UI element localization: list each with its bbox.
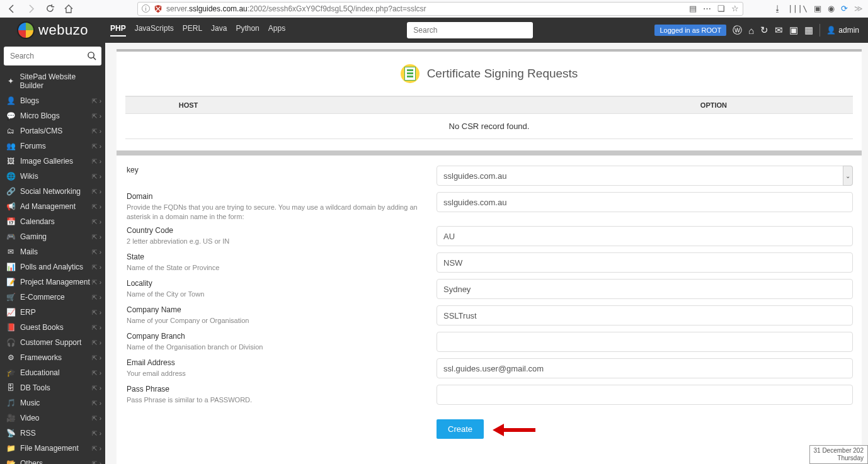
expand-arrows: ⇱› xyxy=(92,279,101,286)
top-search-input[interactable] xyxy=(407,22,533,38)
user-menu[interactable]: 👤 admin xyxy=(826,26,859,35)
field-hint-email: Your email address xyxy=(127,369,437,378)
pass-input[interactable] xyxy=(437,385,853,405)
tab-javascripts[interactable]: JavaScripts xyxy=(135,24,174,37)
sidebar-item-portals-cms[interactable]: 🗂Portals/CMS⇱› xyxy=(0,123,105,139)
reader-icon[interactable]: ▤ xyxy=(689,4,697,13)
company-input[interactable] xyxy=(437,305,853,325)
home-icon[interactable]: ⌂ xyxy=(748,25,754,36)
column-host: HOST xyxy=(125,101,251,109)
sidebar-item-icon: 📁 xyxy=(6,444,15,453)
mail-icon[interactable]: ✉ xyxy=(775,25,783,36)
sidebar-item-db-tools[interactable]: 🗄DB Tools⇱› xyxy=(0,380,105,395)
sidebar-item-icon: 📢 xyxy=(6,202,15,211)
form-row-company: Company NameName of your Company or Orga… xyxy=(125,305,853,329)
sidebar-item-icon: 👥 xyxy=(6,142,15,150)
form-row-state: StateName of the State or Province xyxy=(125,252,853,276)
info-icon[interactable]: i xyxy=(142,4,150,13)
sidebar-item-guest-books[interactable]: 📕Guest Books⇱› xyxy=(0,320,105,335)
sidebar-item-forums[interactable]: 👥Forums⇱› xyxy=(0,139,105,154)
tab-php[interactable]: PHP xyxy=(110,24,126,37)
logo-text: webuzo xyxy=(38,22,88,38)
sidebar-item-sitepad-website-builder[interactable]: ✦SitePad Website Builder xyxy=(0,69,105,93)
expand-arrows: ⇱› xyxy=(92,143,101,150)
expand-arrows: ⇱› xyxy=(92,445,101,452)
sidebar-item-file-management[interactable]: 📁File Management⇱› xyxy=(0,441,105,456)
sidebar-item-music[interactable]: 🎵Music⇱› xyxy=(0,395,105,410)
sidebar-item-rss[interactable]: 📡RSS⇱› xyxy=(0,426,105,441)
sidebar-item-icon: 🎓 xyxy=(6,368,15,377)
sidebar-item-wikis[interactable]: 🌐Wikis⇱› xyxy=(0,169,105,184)
sidebar-item-social-networking[interactable]: 🔗Social Networking⇱› xyxy=(0,184,105,199)
protection-icon[interactable]: ❏ xyxy=(717,4,725,13)
sidebar-item-video[interactable]: 🎥Video⇱› xyxy=(0,410,105,426)
sidebar-item-ad-management[interactable]: 📢Ad Management⇱› xyxy=(0,199,105,214)
inbox-icon[interactable]: ▣ xyxy=(789,25,798,36)
account-icon[interactable]: ◉ xyxy=(828,4,835,13)
sidebar-item-e-commerce[interactable]: 🛒E-Commerce⇱› xyxy=(0,290,105,305)
sidebar-toggle-icon[interactable]: ▣ xyxy=(814,4,821,13)
domain-input[interactable] xyxy=(437,192,853,212)
user-icon: 👤 xyxy=(826,26,836,35)
expand-arrows: ⇱› xyxy=(92,460,101,465)
create-button[interactable]: Create xyxy=(437,419,484,439)
country-input[interactable] xyxy=(437,226,853,246)
sidebar-item-educational[interactable]: 🎓Educational⇱› xyxy=(0,365,105,380)
extension-icon[interactable]: ⟳ xyxy=(841,4,848,13)
reload-button[interactable] xyxy=(43,2,57,16)
email-input[interactable] xyxy=(437,358,853,378)
wordpress-icon[interactable]: ⓦ xyxy=(733,25,742,37)
field-label-company: Company Name xyxy=(127,305,437,314)
shield-icon xyxy=(154,4,163,13)
sidebar-item-label: Ad Management xyxy=(20,202,76,211)
sidebar-item-label: ERP xyxy=(20,308,36,317)
sidebar-item-label: Calendars xyxy=(20,217,55,226)
sidebar-item-polls-and-analytics[interactable]: 📊Polls and Analytics⇱› xyxy=(0,259,105,274)
sidebar-item-blogs[interactable]: 👤Blogs⇱› xyxy=(0,93,105,108)
sidebar-item-label: Wikis xyxy=(20,172,38,181)
field-label-key: key xyxy=(127,166,437,174)
more-icon[interactable]: ⋯ xyxy=(703,4,711,13)
sidebar-item-mails[interactable]: ✉Mails⇱› xyxy=(0,244,105,259)
download-icon[interactable]: ⭳ xyxy=(774,4,782,13)
logo-swirl-icon xyxy=(17,21,35,39)
tab-apps[interactable]: Apps xyxy=(268,24,285,37)
sidebar-item-calendars[interactable]: 📅Calendars⇱› xyxy=(0,214,105,229)
sidebar-item-gaming[interactable]: 🎮Gaming⇱› xyxy=(0,229,105,244)
search-icon[interactable] xyxy=(87,51,96,60)
tab-python[interactable]: Python xyxy=(236,24,259,37)
expand-arrows: ⇱› xyxy=(92,264,101,271)
divider xyxy=(819,24,820,37)
back-button[interactable] xyxy=(5,2,19,16)
sidebar-item-icon: 📂 xyxy=(6,459,15,464)
sync-icon[interactable]: ↻ xyxy=(760,25,768,36)
sidebar-item-erp[interactable]: 📈ERP⇱› xyxy=(0,305,105,320)
sidebar-item-frameworks[interactable]: ⚙Frameworks⇱› xyxy=(0,350,105,365)
branch-input[interactable] xyxy=(437,332,853,352)
sidebar-item-image-galleries[interactable]: 🖼Image Galleries⇱› xyxy=(0,154,105,169)
sidebar: ✦SitePad Website Builder👤Blogs⇱›💬Micro B… xyxy=(0,43,105,464)
address-bar[interactable]: i server.sslguides.com.au:2002/sessh6xGx… xyxy=(137,2,743,16)
grid-icon[interactable]: ▦ xyxy=(804,25,813,36)
tab-perl[interactable]: PERL xyxy=(183,24,202,37)
sidebar-item-others[interactable]: 📂Others⇱› xyxy=(0,456,105,464)
sidebar-item-icon: 👤 xyxy=(6,96,15,105)
logo[interactable]: webuzo xyxy=(0,21,105,39)
overflow-icon[interactable]: ≫ xyxy=(854,4,863,13)
no-record-message: No CSR record found. xyxy=(125,114,853,139)
home-button[interactable] xyxy=(62,2,76,16)
sidebar-item-project-management[interactable]: 📝Project Management⇱› xyxy=(0,274,105,290)
tab-java[interactable]: Java xyxy=(211,24,227,37)
forward-button[interactable] xyxy=(24,2,38,16)
sidebar-item-icon: ✦ xyxy=(6,77,15,86)
sidebar-item-label: RSS xyxy=(20,429,36,438)
browser-toolbar: i server.sslguides.com.au:2002/sessh6xGx… xyxy=(0,0,868,18)
sidebar-item-customer-support[interactable]: 🎧Customer Support⇱› xyxy=(0,335,105,350)
form-row-email: Email AddressYour email address xyxy=(125,358,853,382)
sidebar-item-micro-blogs[interactable]: 💬Micro Blogs⇱› xyxy=(0,108,105,123)
locality-input[interactable] xyxy=(437,279,853,299)
key-select[interactable]: sslguides.com.au xyxy=(437,166,853,186)
library-icon[interactable]: |||\ xyxy=(788,4,808,13)
bookmark-icon[interactable]: ☆ xyxy=(731,4,739,13)
state-input[interactable] xyxy=(437,252,853,273)
